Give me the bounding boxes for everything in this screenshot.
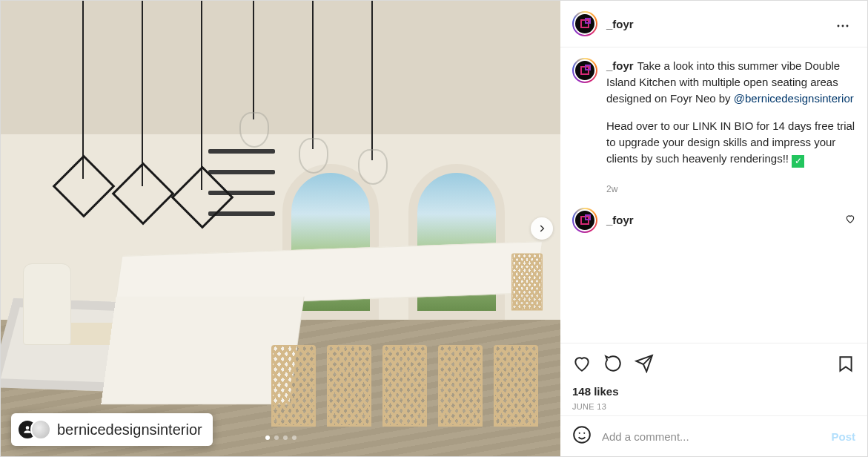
carousel-dot[interactable] (292, 435, 296, 440)
save-button[interactable] (836, 351, 855, 379)
add-comment-form: Post (560, 415, 867, 456)
emoji-picker-button[interactable] (572, 425, 592, 447)
post-comment-button[interactable]: Post (831, 430, 855, 443)
svg-point-1 (842, 25, 844, 27)
carousel-dot[interactable] (283, 435, 288, 440)
chevron-right-icon (537, 223, 547, 234)
caption-username[interactable]: _foyr (606, 59, 634, 72)
scene-barstool (494, 345, 538, 427)
heart-icon (572, 354, 592, 373)
comment-button[interactable] (603, 351, 623, 379)
author-avatar[interactable] (572, 58, 597, 83)
caption-mention[interactable]: @bernicedesignsinterior (734, 92, 854, 105)
check-emoji-icon: ✓ (792, 155, 804, 168)
scene-barstool (271, 345, 316, 427)
scene-armchair (23, 263, 71, 345)
post-actions: 148 likes JUNE 13 (560, 343, 867, 415)
scene-barstool (438, 345, 483, 427)
post-image-carousel[interactable]: bernicedesignsinterior (1, 1, 560, 456)
post-date: JUNE 13 (572, 402, 855, 411)
action-buttons-row (572, 351, 855, 379)
like-button[interactable] (572, 351, 592, 379)
svg-point-5 (583, 433, 585, 434)
heart-icon (845, 214, 855, 224)
ellipsis-icon (836, 24, 849, 27)
comment-input[interactable] (602, 430, 821, 443)
carousel-dot[interactable] (265, 435, 270, 440)
svg-point-3 (574, 427, 590, 443)
comment-icon (603, 354, 623, 373)
avatar-image (574, 59, 596, 82)
bookmark-icon (836, 354, 855, 373)
avatar-image (574, 13, 596, 35)
caption-body-2: Head over to our LINK IN BIO for 14 days… (606, 119, 855, 165)
svg-point-4 (579, 433, 580, 434)
scene-barstool (382, 345, 427, 427)
like-comment-button[interactable] (845, 214, 855, 227)
smiley-icon (572, 425, 592, 444)
scene-ceiling (1, 1, 560, 134)
caption-and-comments[interactable]: _foyrTake a look into this summer vibe D… (560, 47, 867, 343)
tagged-avatar-stack (17, 419, 50, 440)
caption-text: _foyrTake a look into this summer vibe D… (606, 58, 855, 180)
avatar-image (574, 209, 596, 231)
author-username-link[interactable]: _foyr (606, 18, 634, 30)
author-avatar[interactable] (572, 11, 597, 36)
scene-pendant-glass (358, 149, 388, 185)
tagged-user-overlay[interactable]: bernicedesignsinterior (11, 413, 213, 446)
caption-row: _foyrTake a look into this summer vibe D… (572, 58, 855, 180)
tagged-user-name: bernicedesignsinterior (57, 421, 202, 438)
caption-age: 2w (606, 184, 855, 194)
carousel-next-button[interactable] (531, 217, 553, 240)
carousel-dots (265, 435, 296, 440)
svg-point-0 (838, 25, 840, 27)
tagged-user-avatar (30, 419, 51, 440)
share-button[interactable] (635, 351, 654, 379)
commenter-username[interactable]: _foyr (606, 214, 634, 226)
more-options-button[interactable] (830, 11, 855, 36)
likes-count[interactable]: 148 likes (572, 385, 855, 398)
scene-barstool (327, 345, 371, 427)
share-icon (635, 354, 654, 373)
post-header: _foyr (560, 1, 867, 47)
comment-row: _foyr (572, 208, 855, 233)
carousel-dot[interactable] (274, 435, 279, 440)
post-container: bernicedesignsinterior _foyr _foyrTake a… (0, 0, 868, 457)
scene-pendant-glass (299, 138, 328, 174)
scene-barstool (511, 254, 543, 311)
svg-point-2 (847, 25, 849, 27)
post-sidebar: _foyr _foyrTake a look into this summer … (560, 1, 867, 456)
scene-pendant-glass (239, 112, 269, 148)
commenter-avatar[interactable] (572, 208, 597, 233)
